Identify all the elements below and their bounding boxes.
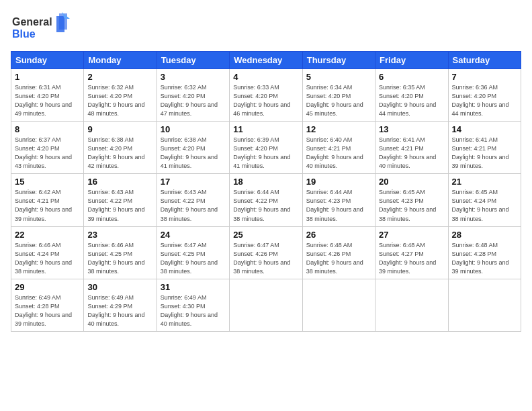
calendar-cell: 10Sunrise: 6:38 AMSunset: 4:20 PMDayligh…	[157, 122, 229, 174]
calendar-cell: 30Sunrise: 6:49 AMSunset: 4:29 PMDayligh…	[84, 279, 157, 331]
day-number: 9	[87, 124, 152, 134]
day-info: Sunrise: 6:32 AMSunset: 4:20 PMDaylight:…	[161, 83, 226, 118]
day-info: Sunrise: 6:44 AMSunset: 4:23 PMDaylight:…	[306, 188, 371, 223]
logo-svg: General Blue	[11, 11, 71, 44]
calendar-header-row: SundayMondayTuesdayWednesdayThursdayFrid…	[11, 52, 521, 69]
day-info: Sunrise: 6:49 AMSunset: 4:28 PMDaylight:…	[15, 293, 80, 328]
day-number: 6	[379, 72, 444, 82]
day-info: Sunrise: 6:49 AMSunset: 4:29 PMDaylight:…	[87, 293, 152, 328]
day-number: 13	[379, 124, 444, 134]
day-number: 26	[306, 230, 371, 240]
calendar-cell: 7Sunrise: 6:36 AMSunset: 4:20 PMDaylight…	[448, 69, 521, 122]
calendar-week-5: 29Sunrise: 6:49 AMSunset: 4:28 PMDayligh…	[11, 279, 521, 331]
day-number: 21	[452, 177, 517, 187]
day-number: 4	[233, 72, 298, 82]
day-number: 16	[87, 177, 152, 187]
day-info: Sunrise: 6:41 AMSunset: 4:21 PMDaylight:…	[452, 136, 517, 171]
calendar-cell: 14Sunrise: 6:41 AMSunset: 4:21 PMDayligh…	[448, 122, 521, 174]
calendar-cell: 9Sunrise: 6:38 AMSunset: 4:20 PMDaylight…	[84, 122, 157, 174]
calendar-week-2: 8Sunrise: 6:37 AMSunset: 4:20 PMDaylight…	[11, 122, 521, 174]
calendar-cell: 4Sunrise: 6:33 AMSunset: 4:20 PMDaylight…	[230, 69, 302, 122]
day-number: 17	[161, 177, 226, 187]
day-info: Sunrise: 6:48 AMSunset: 4:28 PMDaylight:…	[452, 241, 517, 276]
calendar-cell: 12Sunrise: 6:40 AMSunset: 4:21 PMDayligh…	[302, 122, 375, 174]
day-number: 25	[233, 230, 298, 240]
day-number: 15	[15, 177, 80, 187]
page-container: General Blue SundayMondayTuesdayWednesda…	[0, 0, 532, 337]
day-info: Sunrise: 6:31 AMSunset: 4:20 PMDaylight:…	[15, 83, 80, 118]
day-number: 31	[161, 282, 226, 292]
day-info: Sunrise: 6:35 AMSunset: 4:20 PMDaylight:…	[379, 83, 444, 118]
day-number: 14	[452, 124, 517, 134]
day-number: 20	[379, 177, 444, 187]
weekday-header-thursday: Thursday	[302, 52, 375, 69]
svg-text:General: General	[12, 16, 52, 28]
calendar-cell: 25Sunrise: 6:47 AMSunset: 4:26 PMDayligh…	[230, 226, 302, 279]
calendar-cell: 31Sunrise: 6:49 AMSunset: 4:30 PMDayligh…	[157, 279, 229, 331]
day-info: Sunrise: 6:48 AMSunset: 4:26 PMDaylight:…	[306, 241, 371, 276]
calendar-cell: 21Sunrise: 6:45 AMSunset: 4:24 PMDayligh…	[448, 174, 521, 226]
day-number: 1	[15, 72, 80, 82]
calendar-cell: 27Sunrise: 6:48 AMSunset: 4:27 PMDayligh…	[375, 226, 448, 279]
calendar-cell: 22Sunrise: 6:46 AMSunset: 4:24 PMDayligh…	[11, 226, 84, 279]
calendar-cell: 19Sunrise: 6:44 AMSunset: 4:23 PMDayligh…	[302, 174, 375, 226]
day-info: Sunrise: 6:33 AMSunset: 4:20 PMDaylight:…	[233, 83, 298, 118]
day-number: 5	[306, 72, 371, 82]
calendar-cell: 11Sunrise: 6:39 AMSunset: 4:20 PMDayligh…	[230, 122, 302, 174]
day-number: 8	[15, 124, 80, 134]
day-info: Sunrise: 6:47 AMSunset: 4:25 PMDaylight:…	[161, 241, 226, 276]
calendar-cell: 6Sunrise: 6:35 AMSunset: 4:20 PMDaylight…	[375, 69, 448, 122]
day-info: Sunrise: 6:38 AMSunset: 4:20 PMDaylight:…	[87, 136, 152, 171]
calendar-week-3: 15Sunrise: 6:42 AMSunset: 4:21 PMDayligh…	[11, 174, 521, 226]
weekday-header-sunday: Sunday	[11, 52, 84, 69]
calendar-cell	[375, 279, 448, 331]
calendar-cell: 13Sunrise: 6:41 AMSunset: 4:21 PMDayligh…	[375, 122, 448, 174]
day-info: Sunrise: 6:34 AMSunset: 4:20 PMDaylight:…	[306, 83, 371, 118]
day-number: 3	[161, 72, 226, 82]
weekday-header-tuesday: Tuesday	[157, 52, 229, 69]
day-info: Sunrise: 6:37 AMSunset: 4:20 PMDaylight:…	[15, 136, 80, 171]
weekday-header-saturday: Saturday	[448, 52, 521, 69]
calendar-table: SundayMondayTuesdayWednesdayThursdayFrid…	[11, 51, 521, 332]
weekday-header-friday: Friday	[375, 52, 448, 69]
calendar-cell: 3Sunrise: 6:32 AMSunset: 4:20 PMDaylight…	[157, 69, 229, 122]
calendar-cell: 1Sunrise: 6:31 AMSunset: 4:20 PMDaylight…	[11, 69, 84, 122]
day-info: Sunrise: 6:39 AMSunset: 4:20 PMDaylight:…	[233, 136, 298, 171]
day-number: 29	[15, 282, 80, 292]
day-info: Sunrise: 6:47 AMSunset: 4:26 PMDaylight:…	[233, 241, 298, 276]
day-info: Sunrise: 6:48 AMSunset: 4:27 PMDaylight:…	[379, 241, 444, 276]
calendar-cell	[230, 279, 302, 331]
calendar-week-4: 22Sunrise: 6:46 AMSunset: 4:24 PMDayligh…	[11, 226, 521, 279]
day-number: 2	[87, 72, 152, 82]
day-info: Sunrise: 6:41 AMSunset: 4:21 PMDaylight:…	[379, 136, 444, 171]
calendar-cell: 29Sunrise: 6:49 AMSunset: 4:28 PMDayligh…	[11, 279, 84, 331]
day-info: Sunrise: 6:46 AMSunset: 4:24 PMDaylight:…	[15, 241, 80, 276]
calendar-cell: 15Sunrise: 6:42 AMSunset: 4:21 PMDayligh…	[11, 174, 84, 226]
day-info: Sunrise: 6:45 AMSunset: 4:23 PMDaylight:…	[379, 188, 444, 223]
day-number: 10	[161, 124, 226, 134]
calendar-cell: 17Sunrise: 6:43 AMSunset: 4:22 PMDayligh…	[157, 174, 229, 226]
day-number: 19	[306, 177, 371, 187]
day-info: Sunrise: 6:43 AMSunset: 4:22 PMDaylight:…	[87, 188, 152, 223]
calendar-cell: 18Sunrise: 6:44 AMSunset: 4:22 PMDayligh…	[230, 174, 302, 226]
calendar-cell	[448, 279, 521, 331]
day-number: 18	[233, 177, 298, 187]
day-number: 23	[87, 230, 152, 240]
day-info: Sunrise: 6:49 AMSunset: 4:30 PMDaylight:…	[161, 293, 226, 328]
day-info: Sunrise: 6:45 AMSunset: 4:24 PMDaylight:…	[452, 188, 517, 223]
calendar-cell: 16Sunrise: 6:43 AMSunset: 4:22 PMDayligh…	[84, 174, 157, 226]
day-number: 30	[87, 282, 152, 292]
calendar-week-1: 1Sunrise: 6:31 AMSunset: 4:20 PMDaylight…	[11, 69, 521, 122]
day-info: Sunrise: 6:44 AMSunset: 4:22 PMDaylight:…	[233, 188, 298, 223]
calendar-cell: 26Sunrise: 6:48 AMSunset: 4:26 PMDayligh…	[302, 226, 375, 279]
day-info: Sunrise: 6:36 AMSunset: 4:20 PMDaylight:…	[452, 83, 517, 118]
calendar-cell: 8Sunrise: 6:37 AMSunset: 4:20 PMDaylight…	[11, 122, 84, 174]
day-number: 22	[15, 230, 80, 240]
day-number: 7	[452, 72, 517, 82]
svg-text:Blue: Blue	[12, 28, 36, 40]
logo: General Blue	[11, 11, 71, 44]
day-number: 11	[233, 124, 298, 134]
weekday-header-wednesday: Wednesday	[230, 52, 302, 69]
day-number: 12	[306, 124, 371, 134]
day-info: Sunrise: 6:43 AMSunset: 4:22 PMDaylight:…	[161, 188, 226, 223]
